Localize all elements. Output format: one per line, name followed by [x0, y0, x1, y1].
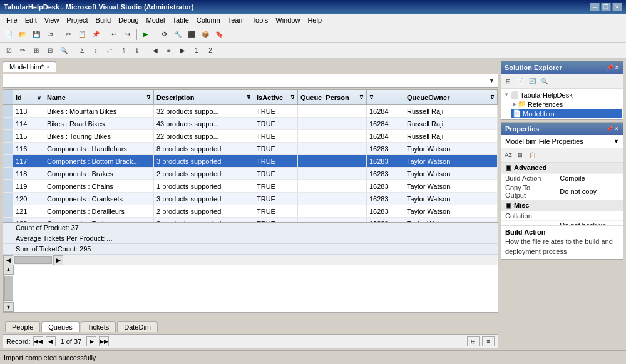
menu-model[interactable]: Model — [143, 16, 169, 24]
menu-team[interactable]: Team — [224, 16, 249, 24]
prop-pages-btn[interactable]: 📋 — [526, 149, 538, 161]
tb2-i[interactable]: ⇑ — [117, 44, 130, 57]
open-btn[interactable]: 📂 — [16, 28, 29, 41]
nav-prev-btn[interactable]: ◀ — [46, 336, 56, 346]
table-row[interactable]: 119 Components : Chains 1 products suppo… — [3, 180, 498, 193]
menu-window[interactable]: Window — [272, 16, 304, 24]
tab-queues[interactable]: Queues — [41, 321, 80, 332]
tab-people[interactable]: People — [5, 321, 40, 332]
tb2-f[interactable]: Σ — [76, 44, 88, 57]
tool-c[interactable]: ⬛ — [185, 28, 198, 41]
tb2-c[interactable]: ⊞ — [30, 44, 43, 57]
tab-tickets[interactable]: Tickets — [81, 321, 116, 332]
menu-tools[interactable]: Tools — [249, 16, 272, 24]
tb2-b[interactable]: ✏ — [16, 44, 29, 57]
grid-body[interactable]: 113 Bikes : Mountain Bikes 32 products s… — [3, 105, 498, 222]
minimize-button[interactable]: ─ — [590, 3, 600, 11]
nav-last-btn[interactable]: ▶▶ — [99, 336, 109, 346]
se-root[interactable]: ▼ ⬜ TabularHelpDesk — [503, 90, 622, 99]
se-tb-c[interactable]: 🔄 — [526, 76, 538, 87]
hscroll-right-btn[interactable]: ▶ — [53, 255, 63, 265]
new-file-btn[interactable]: 📄 — [3, 28, 15, 41]
prop-value[interactable]: Compile — [556, 174, 623, 183]
save-all-btn[interactable]: 🗂 — [44, 28, 56, 41]
table-row[interactable]: 121 Components : Derailleurs 2 products … — [3, 205, 498, 218]
prop-value[interactable] — [556, 211, 623, 221]
nav-first-btn[interactable]: ◀◀ — [33, 336, 43, 346]
col-filter-icon[interactable]: ⊽ — [37, 95, 41, 101]
prop-dropdown-arrow[interactable]: ▼ — [613, 138, 619, 144]
col-header-queuenum[interactable]: ⊽ — [367, 90, 404, 104]
vscroll-down-btn[interactable]: ▼ — [4, 302, 14, 312]
tool-b[interactable]: 🔧 — [172, 28, 184, 41]
table-row[interactable]: 120 Components : Cranksets 3 products su… — [3, 193, 498, 205]
filter-arrow-icon[interactable]: ▼ — [487, 78, 496, 84]
close-button[interactable]: ✕ — [612, 3, 622, 11]
se-tb-b[interactable]: 📄 — [515, 76, 526, 87]
model-bim-tab[interactable]: Model.bim* × — [3, 61, 56, 72]
prop-close-btn[interactable]: ✕ — [614, 126, 619, 132]
tab-datedim[interactable]: DateDim — [117, 321, 158, 332]
hscroll-thumb[interactable] — [14, 256, 52, 264]
horizontal-scrollbar[interactable]: ◀ ▶ — [3, 255, 498, 265]
col-header-name[interactable]: Name ⊽ — [44, 90, 154, 104]
tb2-n[interactable]: 1 — [190, 44, 203, 57]
col-header-owner[interactable]: QueueOwner ⊽ — [404, 90, 498, 104]
prop-value[interactable]: Do not copy — [556, 183, 623, 200]
menu-view[interactable]: View — [41, 16, 63, 24]
copy-btn[interactable]: 📋 — [76, 28, 88, 41]
table-row[interactable]: 122 Components : Forks 3 products suppor… — [3, 218, 498, 222]
col-header-id[interactable]: Id ⊽ — [13, 90, 44, 104]
se-tb-d[interactable]: 🔍 — [538, 76, 550, 87]
tb2-g[interactable]: ↕ — [90, 44, 102, 57]
menu-edit[interactable]: Edit — [21, 16, 41, 24]
cut-btn[interactable]: ✂ — [62, 28, 74, 41]
restore-button[interactable]: ❐ — [601, 3, 611, 11]
tb2-j[interactable]: ⇓ — [131, 44, 143, 57]
tb2-o[interactable]: 2 — [204, 44, 217, 57]
prop-value[interactable]: Do not back up to... — [556, 221, 623, 226]
tool-d[interactable]: 📦 — [199, 28, 212, 41]
menu-table[interactable]: Table — [168, 16, 192, 24]
tb2-d[interactable]: ⊟ — [44, 44, 56, 57]
tb2-m[interactable]: ▶ — [177, 44, 189, 57]
menu-project[interactable]: Project — [63, 16, 91, 24]
tab-close-btn[interactable]: × — [46, 64, 49, 70]
table-row[interactable]: 115 Bikes : Touring Bikes 22 products su… — [3, 130, 498, 143]
tb2-a[interactable]: ☑ — [3, 44, 15, 57]
vertical-scrollbar[interactable]: ▲ ▼ — [3, 265, 13, 312]
tb2-k[interactable]: ◀ — [149, 44, 162, 57]
nav-next-btn[interactable]: ▶ — [86, 336, 96, 346]
tb2-e[interactable]: 🔍 — [58, 44, 70, 57]
form-view-btn[interactable]: ≡ — [482, 336, 495, 346]
table-row[interactable]: 118 Components : Brakes 2 products suppo… — [3, 168, 498, 180]
prop-az-btn[interactable]: AZ — [503, 149, 514, 161]
redo-btn[interactable]: ↪ — [121, 28, 134, 41]
filter-input[interactable] — [4, 77, 487, 84]
start-btn[interactable]: ▶ — [140, 28, 152, 41]
table-row[interactable]: 113 Bikes : Mountain Bikes 32 products s… — [3, 105, 498, 118]
tb2-h[interactable]: ↓↑ — [103, 44, 116, 57]
col-header-queue[interactable]: Queue_Person ⊽ — [298, 90, 367, 104]
hscroll-left-btn[interactable]: ◀ — [3, 255, 13, 265]
se-references[interactable]: ▶ 📁 References — [511, 99, 622, 109]
tb2-l[interactable]: ≡ — [163, 44, 175, 57]
vscroll-up-btn[interactable]: ▲ — [4, 265, 14, 275]
table-row[interactable]: 114 Bikes : Road Bikes 43 products suppo… — [3, 118, 498, 130]
menu-file[interactable]: File — [3, 16, 21, 24]
table-row[interactable]: 117 Components : Bottom Brack... 3 produ… — [3, 155, 498, 168]
se-pin-btn[interactable]: 📌 — [607, 64, 613, 71]
se-tb-a[interactable]: ⊞ — [503, 76, 514, 87]
grid-view-btn[interactable]: ⊞ — [467, 336, 480, 346]
undo-btn[interactable]: ↩ — [108, 28, 120, 41]
tool-a[interactable]: ⚙ — [158, 28, 170, 41]
se-close-btn[interactable]: ✕ — [615, 64, 620, 71]
paste-btn[interactable]: 📌 — [90, 28, 102, 41]
tool-e[interactable]: 🔖 — [213, 28, 225, 41]
menu-help[interactable]: Help — [304, 16, 326, 24]
save-btn[interactable]: 💾 — [30, 28, 43, 41]
col-header-active[interactable]: IsActive ⊽ — [254, 90, 298, 104]
prop-pin-btn[interactable]: 📌 — [606, 126, 613, 132]
vscroll-thumb[interactable] — [4, 276, 13, 301]
table-row[interactable]: 116 Components : Handlebars 8 products s… — [3, 143, 498, 155]
